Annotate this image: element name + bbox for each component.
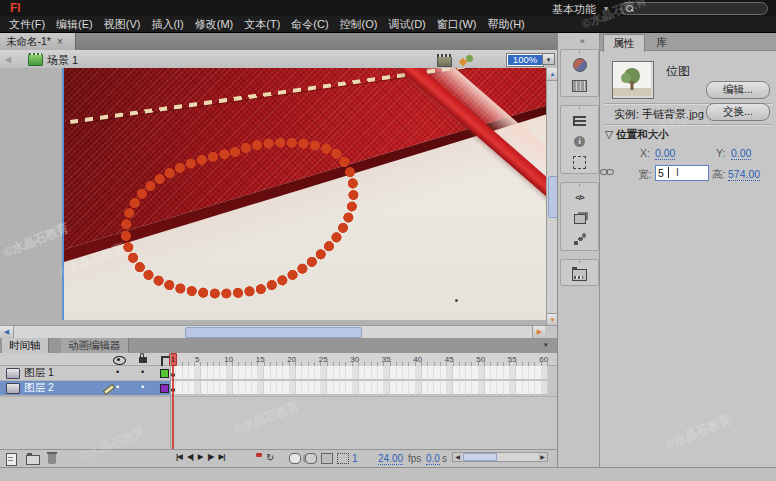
menu-item[interactable]: 插入(I)	[151, 17, 183, 32]
visibility-icon[interactable]	[113, 355, 126, 365]
timeline-panel-menu-icon[interactable]: ▾	[544, 341, 548, 349]
layer-name: 图层 2	[24, 381, 54, 395]
ruler-number: 55	[504, 355, 520, 364]
swatches-icon[interactable]	[561, 75, 598, 96]
zoom-dropdown-icon[interactable]: ▾	[542, 53, 555, 65]
dock-group: i	[560, 105, 599, 174]
align-icon	[573, 116, 586, 126]
menu-item[interactable]: 视图(V)	[104, 17, 141, 32]
menu-item[interactable]: 文件(F)	[9, 17, 45, 32]
layer-name-cell[interactable]: 图层 2	[0, 381, 170, 396]
info-icon[interactable]: i	[561, 131, 598, 152]
zoom-level-value: 100%	[508, 55, 542, 65]
layer-name-cell[interactable]: 图层 1	[0, 366, 170, 381]
height-value[interactable]: 574.00	[728, 168, 760, 181]
step-back-button[interactable]: ◀|	[187, 452, 193, 461]
loop-icon[interactable]: ↻	[266, 452, 274, 463]
frame-cell[interactable]	[542, 381, 548, 395]
timeline-ruler[interactable]: 51015202530354045505560	[170, 353, 548, 366]
swap-button[interactable]: 交换...	[706, 103, 770, 121]
play-button[interactable]: ▶	[198, 452, 203, 461]
menu-item[interactable]: 控制(O)	[340, 17, 378, 32]
tab-timeline[interactable]: 时间轴	[2, 338, 49, 353]
menu-item[interactable]: 文本(T)	[244, 17, 280, 32]
components-icon[interactable]	[561, 208, 598, 229]
align-icon[interactable]	[561, 110, 598, 131]
y-label: Y:	[716, 147, 725, 159]
layer-color-swatch[interactable]	[160, 369, 169, 378]
modify-markers-icon[interactable]	[337, 453, 349, 464]
timeline-pane-divider[interactable]	[170, 353, 171, 449]
menu-item[interactable]: 编辑(E)	[56, 17, 93, 32]
project-icon[interactable]	[561, 264, 598, 285]
layer-page-icon	[6, 368, 20, 379]
bitmap-thumbnail-image	[613, 62, 651, 96]
scroll-left-icon[interactable]: ◀	[0, 326, 14, 338]
edit-multiple-frames-icon[interactable]	[321, 453, 333, 464]
edit-scene-icon[interactable]	[437, 56, 452, 67]
ruler-number: 10	[221, 355, 237, 364]
menu-item[interactable]: 命令(C)	[291, 17, 328, 32]
timeline-scroll-thumb[interactable]	[463, 453, 497, 461]
menu-item[interactable]: 帮助(H)	[488, 17, 525, 32]
lock-icon[interactable]	[139, 353, 147, 363]
timeline-scroll-left-icon[interactable]: ◀	[453, 453, 462, 461]
scroll-right-icon[interactable]: ▶	[532, 326, 546, 338]
stage[interactable]	[64, 68, 546, 320]
go-to-last-frame-button[interactable]: ▶|	[218, 452, 224, 461]
zoom-level-input[interactable]: 100%	[506, 53, 544, 67]
edit-symbols-icon[interactable]	[459, 55, 474, 66]
layer-row[interactable]: 图层 2••	[0, 381, 558, 396]
playback-controls: |◀◀|▶|▶▶|	[176, 452, 224, 461]
go-to-first-frame-button[interactable]: |◀	[176, 452, 182, 461]
edit-button[interactable]: 编辑...	[706, 81, 770, 99]
onion-skin-outlines-icon[interactable]	[305, 453, 317, 464]
horizontal-scrollbar[interactable]: ◀ ▶	[0, 325, 558, 338]
x-value[interactable]: 0.00	[655, 147, 675, 160]
layer-row[interactable]: 图层 1••	[0, 366, 558, 381]
layer-color-swatch[interactable]	[160, 384, 169, 393]
code-snippets-icon[interactable]: </>	[561, 187, 598, 208]
ruler-number: 50	[473, 355, 489, 364]
workspace-dropdown-icon[interactable]: ▾	[604, 4, 608, 13]
back-icon[interactable]: ◀	[5, 55, 11, 64]
y-value[interactable]: 0.00	[731, 147, 751, 160]
frame-rate-unit: fps	[408, 453, 421, 464]
layer-lock-dot[interactable]: •	[141, 382, 144, 392]
color-icon[interactable]	[561, 54, 598, 75]
frame-cell[interactable]	[542, 366, 548, 380]
document-tab[interactable]: 未命名-1* ×	[0, 33, 76, 50]
dock-group: </>	[560, 182, 599, 251]
collapse-panels-icon[interactable]: «	[580, 36, 585, 46]
menu-bar: 文件(F)编辑(E)视图(V)插入(I)修改(M)文本(T)命令(C)控制(O)…	[0, 16, 776, 33]
code-snippets-icon: </>	[575, 193, 584, 202]
layer-visibility-dot[interactable]: •	[116, 382, 119, 392]
timeline-scrollbar[interactable]: ◀ ▶	[452, 452, 548, 462]
new-layer-button[interactable]	[6, 453, 17, 466]
tab-properties[interactable]: 属性	[603, 34, 645, 52]
menu-item[interactable]: 修改(M)	[195, 17, 234, 32]
layer-lock-dot[interactable]: •	[141, 367, 144, 377]
close-icon[interactable]: ×	[57, 36, 63, 47]
new-folder-button[interactable]	[26, 455, 40, 465]
position-size-section-header[interactable]: ▽ 位置和大小	[605, 128, 669, 142]
width-input[interactable]	[655, 165, 709, 181]
tab-motion-editor[interactable]: 动画编辑器	[61, 338, 129, 353]
layer-visibility-dot[interactable]: •	[116, 367, 119, 377]
tab-library[interactable]: 库	[647, 34, 676, 51]
timeline-scroll-right-icon[interactable]: ▶	[538, 453, 547, 461]
link-dimensions-icon[interactable]	[600, 169, 614, 175]
frame-rate-value[interactable]: 24.00	[378, 453, 403, 465]
transform-icon[interactable]	[561, 152, 598, 173]
motion-presets-icon[interactable]	[561, 229, 598, 250]
workspace-switcher[interactable]: 基本功能	[552, 2, 596, 17]
delete-layer-button[interactable]	[48, 454, 56, 464]
onion-skin-icon[interactable]	[289, 453, 301, 464]
search-box[interactable]	[620, 2, 768, 15]
ruler-number: 20	[284, 355, 300, 364]
horizontal-scroll-thumb[interactable]	[185, 327, 362, 338]
step-forward-button[interactable]: |▶	[208, 452, 214, 461]
menu-item[interactable]: 调试(D)	[389, 17, 426, 32]
scene-name[interactable]: 场景 1	[47, 53, 78, 68]
menu-item[interactable]: 窗口(W)	[437, 17, 477, 32]
